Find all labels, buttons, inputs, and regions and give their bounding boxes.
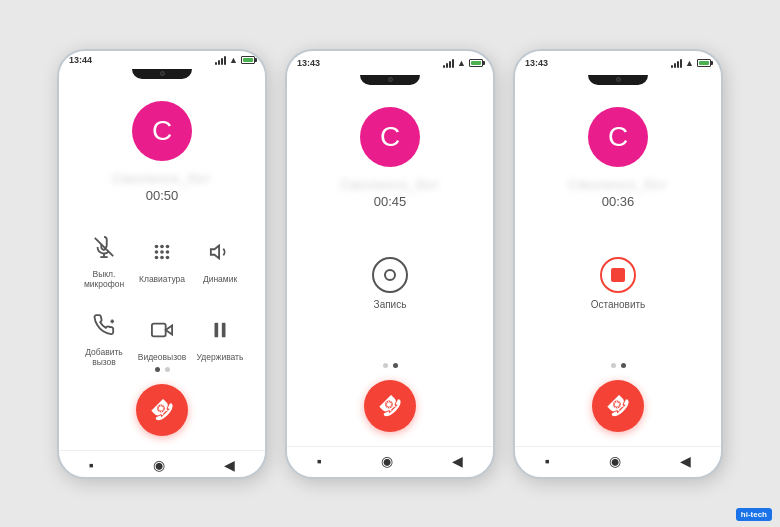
nav-square-3[interactable]: ▪ bbox=[545, 453, 550, 469]
end-call-icon-2: ☎ bbox=[373, 388, 408, 423]
avatar-3: C bbox=[588, 107, 648, 167]
stop-control[interactable]: Остановить bbox=[591, 257, 646, 310]
phones-container: 13:44 ▲ C Смоленск_бот bbox=[57, 49, 723, 479]
stop-icon-wrapper bbox=[600, 257, 636, 293]
svg-rect-18 bbox=[222, 322, 226, 337]
avatar-2: C bbox=[360, 107, 420, 167]
stop-square-icon bbox=[611, 268, 625, 282]
camera-1 bbox=[160, 71, 165, 76]
add-call-label: Добавить вызов bbox=[75, 347, 133, 367]
status-bar-3: 13:43 ▲ bbox=[515, 51, 721, 73]
svg-point-3 bbox=[155, 244, 159, 248]
hold-control[interactable]: Удерживать bbox=[191, 312, 249, 362]
video-icon bbox=[144, 312, 180, 348]
status-time-2: 13:43 bbox=[297, 58, 320, 68]
stop-label: Остановить bbox=[591, 299, 646, 310]
notch-bump-1 bbox=[132, 69, 192, 79]
phone-2: 13:43 ▲ C Смоленск_бот 00: bbox=[285, 49, 495, 479]
record-icon bbox=[372, 257, 408, 293]
phone-1: 13:44 ▲ C Смоленск_бот bbox=[57, 49, 267, 479]
svg-point-4 bbox=[160, 244, 164, 248]
add-call-control[interactable]: Добавить вызов bbox=[75, 307, 133, 367]
dot-3-2 bbox=[621, 363, 626, 368]
camera-3 bbox=[616, 77, 621, 82]
side-button-2 bbox=[265, 181, 267, 211]
side-button-3 bbox=[493, 131, 495, 171]
record-control[interactable]: Запись bbox=[372, 257, 408, 310]
svg-rect-16 bbox=[152, 323, 166, 336]
watermark-logo: hi-tech bbox=[736, 508, 772, 521]
nav-square-1[interactable]: ▪ bbox=[89, 457, 94, 473]
nav-back-3[interactable]: ◀ bbox=[680, 453, 691, 469]
dot-1-1 bbox=[155, 367, 160, 372]
end-call-btn-2[interactable]: ☎ bbox=[364, 380, 416, 432]
end-call-icon-1: ☎ bbox=[145, 392, 180, 427]
notch-1 bbox=[59, 67, 265, 83]
end-call-btn-1[interactable]: ☎ bbox=[136, 384, 188, 436]
hold-icon bbox=[202, 312, 238, 348]
notch-2 bbox=[287, 73, 493, 89]
screen-3: C Смоленск_бот 00:36 Остановить ☎ bbox=[515, 89, 721, 446]
svg-point-6 bbox=[155, 250, 159, 254]
dialpad-control[interactable]: Клавиатура bbox=[133, 234, 191, 284]
avatar-1: C bbox=[132, 101, 192, 161]
status-icons-3: ▲ bbox=[671, 58, 711, 68]
svg-point-8 bbox=[166, 250, 170, 254]
contact-name-3: Смоленск_бот bbox=[568, 177, 667, 192]
mute-control[interactable]: Выкл. микрофон bbox=[75, 229, 133, 289]
side-button-1 bbox=[265, 131, 267, 171]
dots-3 bbox=[611, 363, 626, 368]
mute-icon bbox=[86, 229, 122, 265]
mute-label: Выкл. микрофон bbox=[75, 269, 133, 289]
screen-1: C Смоленск_бот 00:50 bbox=[59, 83, 265, 450]
nav-square-2[interactable]: ▪ bbox=[317, 453, 322, 469]
svg-marker-12 bbox=[211, 245, 219, 258]
status-time-3: 13:43 bbox=[525, 58, 548, 68]
status-time-1: 13:44 bbox=[69, 55, 92, 65]
status-icons-1: ▲ bbox=[215, 55, 255, 65]
notch-bump-2 bbox=[360, 75, 420, 85]
bottom-bar-3: ▪ ◉ ◀ bbox=[515, 446, 721, 477]
dots-2 bbox=[383, 363, 398, 368]
camera-2 bbox=[388, 77, 393, 82]
speaker-control[interactable]: Динамик bbox=[191, 234, 249, 284]
battery-icon-3 bbox=[697, 59, 711, 67]
call-timer-1: 00:50 bbox=[146, 188, 179, 203]
contact-name-1: Смоленск_бот bbox=[112, 171, 211, 186]
speaker-icon bbox=[202, 234, 238, 270]
contact-name-2: Смоленск_бот bbox=[340, 177, 439, 192]
notch-bump-3 bbox=[588, 75, 648, 85]
left-button-2 bbox=[285, 151, 287, 201]
notch-3 bbox=[515, 73, 721, 89]
battery-icon-2 bbox=[469, 59, 483, 67]
screen-2: C Смоленск_бот 00:45 Запись ☎ bbox=[287, 89, 493, 446]
svg-point-5 bbox=[166, 244, 170, 248]
end-call-btn-3[interactable]: ☎ bbox=[592, 380, 644, 432]
video-control[interactable]: Видеовызов bbox=[133, 312, 191, 362]
nav-circle-3[interactable]: ◉ bbox=[609, 453, 621, 469]
bottom-bar-2: ▪ ◉ ◀ bbox=[287, 446, 493, 477]
wifi-icon-1: ▲ bbox=[229, 55, 238, 65]
dialpad-icon bbox=[144, 234, 180, 270]
wifi-icon-2: ▲ bbox=[457, 58, 466, 68]
nav-back-1[interactable]: ◀ bbox=[224, 457, 235, 473]
hold-label: Удерживать bbox=[197, 352, 244, 362]
battery-icon-1 bbox=[241, 56, 255, 64]
nav-circle-2[interactable]: ◉ bbox=[381, 453, 393, 469]
dot-1-2 bbox=[165, 367, 170, 372]
dot-2-2 bbox=[393, 363, 398, 368]
side-button-4 bbox=[493, 181, 495, 211]
svg-marker-15 bbox=[166, 325, 172, 334]
signal-icon-2 bbox=[443, 58, 454, 68]
svg-rect-17 bbox=[215, 322, 219, 337]
status-bar-2: 13:43 ▲ bbox=[287, 51, 493, 73]
wifi-icon-3: ▲ bbox=[685, 58, 694, 68]
svg-point-11 bbox=[166, 255, 170, 259]
dialpad-label: Клавиатура bbox=[139, 274, 185, 284]
nav-back-2[interactable]: ◀ bbox=[452, 453, 463, 469]
nav-circle-1[interactable]: ◉ bbox=[153, 457, 165, 473]
signal-icon-1 bbox=[215, 55, 226, 65]
bottom-bar-1: ▪ ◉ ◀ bbox=[59, 450, 265, 479]
add-call-icon bbox=[86, 307, 122, 343]
side-button-5 bbox=[721, 131, 723, 171]
